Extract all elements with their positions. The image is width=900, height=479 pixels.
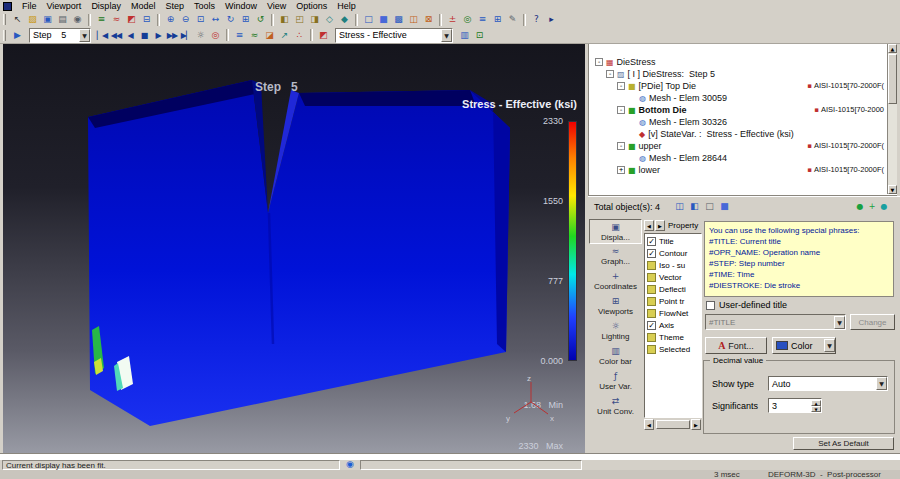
property-item[interactable]: Theme xyxy=(646,331,701,343)
shaded-icon[interactable]: ■ xyxy=(376,13,391,26)
dropdown-arrow-icon[interactable]: ▼ xyxy=(824,339,835,352)
vector-plot-icon[interactable]: ↗ xyxy=(277,29,292,42)
menu-step[interactable]: Step xyxy=(160,0,189,12)
tree-row[interactable]: -▦DieStress xyxy=(591,56,886,68)
colorbar-button[interactable]: ▥Color bar xyxy=(589,344,642,369)
display-button[interactable]: ▣Displa... xyxy=(589,219,642,244)
tracking-icon[interactable]: ∴ xyxy=(292,29,307,42)
lighting-button[interactable]: ☼Lighting xyxy=(589,319,642,344)
tree-row[interactable]: -■Bottom Die▪AISI-1015[70-2000 xyxy=(591,104,886,116)
fit-view-icon[interactable]: ⊞ xyxy=(238,13,253,26)
object-visible-icon[interactable]: ● xyxy=(854,200,866,213)
tree-scrollbar[interactable]: ▲ ▼ xyxy=(887,44,897,194)
object-active-icon[interactable]: ● xyxy=(878,200,890,213)
print-icon[interactable]: ▤ xyxy=(55,13,70,26)
menu-file[interactable]: File xyxy=(17,0,42,12)
property-item[interactable]: Point tr xyxy=(646,295,701,307)
tree-row[interactable]: ◆[v] StateVar. : Stress - Effective (ksi… xyxy=(591,128,886,140)
viewport-3d[interactable]: Step 5 Stress - Effective (ksi) 23301550… xyxy=(3,44,585,453)
save-icon[interactable]: ▣ xyxy=(40,13,55,26)
list-view-icon[interactable]: ≡ xyxy=(475,13,490,26)
tree-row[interactable]: ◍Mesh - Elem 30059 xyxy=(591,92,886,104)
title-dropdown-icon[interactable]: ▼ xyxy=(834,316,845,329)
fast-backward-button[interactable]: ◀◀ xyxy=(109,29,123,42)
title-input[interactable]: #TITLE ▼ xyxy=(705,314,846,330)
checkbox-title[interactable]: ✓ xyxy=(647,237,656,246)
menu-viewport[interactable]: Viewport xyxy=(42,0,87,12)
rotate-icon[interactable]: ↻ xyxy=(223,13,238,26)
step-forward-button[interactable]: ▶ xyxy=(151,29,165,42)
color-selector[interactable]: Color ▼ xyxy=(772,337,836,354)
checkbox-deflecti[interactable] xyxy=(647,285,656,294)
graph-icon[interactable]: ≈ xyxy=(247,29,262,42)
checkbox-axis[interactable]: ✓ xyxy=(647,321,656,330)
checkbox-vector[interactable] xyxy=(647,273,656,282)
unit-conv-button[interactable]: ⇄Unit Conv. xyxy=(589,394,642,419)
state-variable-selector[interactable]: Stress - Effective ▼ xyxy=(335,28,453,43)
scrollbar-thumb[interactable] xyxy=(888,54,897,104)
stop-button[interactable]: ■ xyxy=(137,29,151,42)
multi-viewport-icon[interactable]: ⊞ xyxy=(490,13,505,26)
wireframe-icon[interactable]: □ xyxy=(361,13,376,26)
top-view-icon[interactable]: ◰ xyxy=(292,13,307,26)
scrollbar-thumb[interactable] xyxy=(656,420,690,429)
animate-icon[interactable]: ▶ xyxy=(10,29,25,42)
font-button[interactable]: A Font... xyxy=(705,337,767,354)
viewports-button[interactable]: ⊞Viewports xyxy=(589,294,642,319)
dropdown-arrow-icon[interactable]: ▼ xyxy=(441,29,452,42)
scroll-left-icon[interactable]: ◀ xyxy=(644,419,654,430)
checkbox-selected[interactable] xyxy=(647,345,656,354)
zoom-in-icon[interactable]: ⊕ xyxy=(163,13,178,26)
slicing-icon[interactable]: ◫ xyxy=(406,13,421,26)
collapse-icon[interactable]: - xyxy=(595,58,603,66)
property-item[interactable]: ✓Contour xyxy=(646,247,701,259)
collapse-icon[interactable]: - xyxy=(606,70,614,78)
collapse-icon[interactable]: - xyxy=(617,142,625,150)
load-steps-icon[interactable]: ⊟ xyxy=(139,13,154,26)
scroll-up-icon[interactable]: ▲ xyxy=(888,44,897,53)
add-object-icon[interactable]: + xyxy=(866,200,878,213)
toolbar-grip[interactable] xyxy=(3,14,6,25)
animation-setup-icon[interactable]: ☼ xyxy=(193,29,208,42)
menu-tools[interactable]: Tools xyxy=(189,0,220,12)
scroll-down-icon[interactable]: ▼ xyxy=(888,185,897,194)
user-defined-title-row[interactable]: User-defined title xyxy=(705,300,787,310)
menu-window[interactable]: Window xyxy=(220,0,262,12)
toolbar-grip[interactable] xyxy=(3,30,6,41)
user-var-button[interactable]: ƒUser Var. xyxy=(589,369,642,394)
clipping-icon[interactable]: ⊠ xyxy=(421,13,436,26)
checkbox-contour[interactable]: ✓ xyxy=(647,249,656,258)
pan-icon[interactable]: ↔ xyxy=(208,13,223,26)
menu-model[interactable]: Model xyxy=(126,0,161,12)
property-scrollbar[interactable]: ◀ ▶ xyxy=(644,419,702,430)
checkbox-theme[interactable] xyxy=(647,333,656,342)
record-icon[interactable]: ◎ xyxy=(208,29,223,42)
set-as-default-button[interactable]: Set As Default xyxy=(793,437,894,450)
contour-apply-icon[interactable]: ⊡ xyxy=(472,29,487,42)
dropdown-arrow-icon[interactable]: ▼ xyxy=(876,377,887,390)
tree-row[interactable]: -■[PDie] Top Die▪AISI-1015[70-2000F( xyxy=(591,80,886,92)
menu-display[interactable]: Display xyxy=(86,0,126,12)
show-type-selector[interactable]: Auto ▼ xyxy=(768,376,888,391)
property-item[interactable]: ✓Title xyxy=(646,235,701,247)
graph-button[interactable]: ≈Graph... xyxy=(589,244,642,269)
shaded-object-icon[interactable]: ■ xyxy=(717,200,732,213)
contour-icon[interactable]: ◪ xyxy=(262,29,277,42)
object-tree-icon[interactable]: ≡ xyxy=(94,13,109,26)
last-step-button[interactable]: ▶▏ xyxy=(179,29,193,42)
state-var-icon[interactable]: ◩ xyxy=(316,29,331,42)
first-step-button[interactable]: ▏◀ xyxy=(95,29,109,42)
property-item[interactable]: FlowNet xyxy=(646,307,701,319)
checkbox-flownet[interactable] xyxy=(647,309,656,318)
step-backward-button[interactable]: ◀ xyxy=(123,29,137,42)
zoom-window-icon[interactable]: ⊡ xyxy=(193,13,208,26)
spin-down-icon[interactable]: ▼ xyxy=(811,406,821,412)
tree-row[interactable]: -▨[ I ] DieStress: Step 5 xyxy=(591,68,886,80)
tab-scroll-left-icon[interactable]: ◀ xyxy=(644,220,654,231)
user-defined-title-checkbox[interactable] xyxy=(706,301,715,310)
collapse-icon[interactable]: - xyxy=(617,82,625,90)
tree-row[interactable]: ◍Mesh - Elem 28644 xyxy=(591,152,886,164)
wireframe-object-icon[interactable]: □ xyxy=(702,200,717,213)
fast-forward-button[interactable]: ▶▶ xyxy=(165,29,179,42)
min-max-icon[interactable]: ± xyxy=(445,13,460,26)
